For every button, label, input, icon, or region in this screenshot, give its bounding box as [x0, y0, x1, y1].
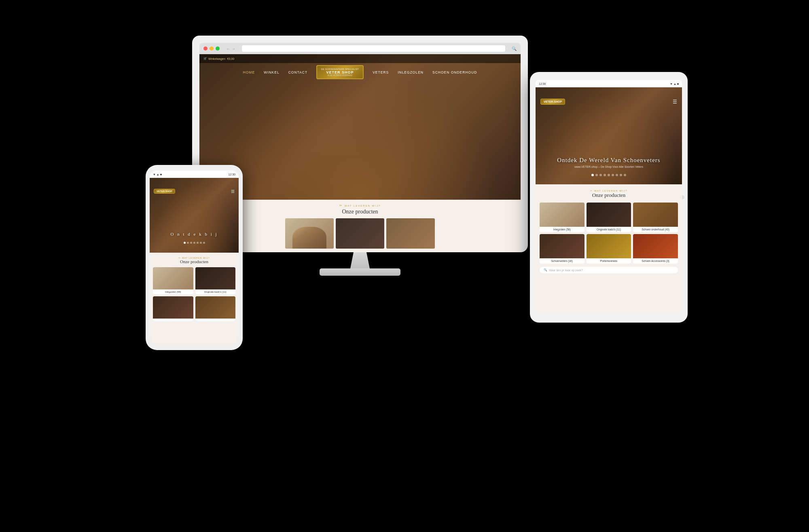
stand-neck: [344, 252, 376, 268]
desktop-top-bar: 🛒 Winkelwagen: €0,00: [199, 54, 521, 63]
nav-contact[interactable]: CONTACT: [288, 70, 307, 74]
phone-products-section: ✂ WAT LEVEREN WIJ? Onze producten Inlegz…: [150, 253, 239, 344]
phone-product-1[interactable]: Inlegzolen (58): [153, 267, 193, 294]
logo-sub-text: ELKE VETER IN VOORRAAD: [321, 74, 359, 76]
tablet-product-label-1: Inlegzolen (58): [540, 227, 585, 232]
phone-product-label-1: Inlegzolen (58): [153, 289, 193, 294]
tablet-search-bar[interactable]: 🔍 Waar ben je naar op zoek?: [540, 267, 678, 273]
tablet-nav: VETER.SHOP ☰: [536, 95, 682, 109]
tablet-frame: 12:30 ▼ ▲ ■ VETER.SHOP ☰ Ontdek De Werel…: [530, 72, 688, 323]
logo-main-text: VETER.SHOP: [321, 70, 359, 74]
tablet-product-4[interactable]: Schoenveters (16): [540, 234, 585, 264]
traffic-lights: [203, 46, 220, 51]
tablet-time: 12:30: [539, 82, 546, 85]
traffic-light-green[interactable]: [216, 46, 220, 51]
tablet-logo[interactable]: VETER.SHOP: [540, 99, 565, 105]
phone: ▼ ▲ ■ 12:30 VETER.SHOP ☰ O n t d e k b i…: [146, 165, 243, 350]
nav-winkel[interactable]: WINKEL: [264, 70, 280, 74]
tablet-search-icon: 🔍: [544, 268, 547, 272]
desktop-product-2[interactable]: [336, 218, 384, 249]
search-icon: 🔍: [512, 46, 517, 51]
monitor-screen: 🛒 Winkelwagen: €0,00 HOME WINKEL CONTACT: [199, 54, 521, 252]
phone-products-grid: Inlegzolen (58) Originele kado's (11): [153, 267, 235, 321]
tablet-dot-8[interactable]: [620, 174, 622, 176]
tablet-product-img-4: [540, 234, 585, 258]
tablet-product-5[interactable]: Portemonnees: [587, 234, 631, 264]
phone-product-2[interactable]: Originele kado's (11): [195, 267, 236, 294]
phone-dot-1[interactable]: [184, 242, 186, 244]
tablet-dot-7[interactable]: [616, 174, 618, 176]
tablet-hero-text: Ontdek De Wereld Van Schoenveters www.VE…: [536, 157, 682, 168]
tablet-products-section: ✂ WAT LEVEREN WIJ? Onze producten Inlegz…: [536, 184, 682, 315]
scene: ← → 🔍 🛒 Winkelwagen: €0,00: [121, 23, 688, 509]
tablet-slider-dots: [536, 174, 682, 176]
nav-schoen[interactable]: SCHOEN ONDERHOUD: [432, 70, 477, 74]
phone-product-label-4: [195, 319, 236, 321]
phone-product-label-2: Originele kado's (11): [195, 289, 236, 294]
tablet-product-3[interactable]: Schoen onderhoud (43): [633, 203, 678, 232]
phone-time: 12:30: [228, 173, 235, 176]
phone-screen: ▼ ▲ ■ 12:30 VETER.SHOP ☰ O n t d e k b i…: [150, 171, 239, 344]
tablet-product-label-5: Portemonnees: [587, 258, 631, 264]
phone-dot-6[interactable]: [200, 242, 202, 244]
phone-slider-dots: [150, 242, 239, 244]
phone-dot-2[interactable]: [187, 242, 189, 244]
tablet-product-1[interactable]: Inlegzolen (58): [540, 203, 585, 232]
phone-product-label-3: [153, 319, 193, 321]
tablet-dot-9[interactable]: [624, 174, 626, 176]
tablet-product-2[interactable]: Originele kado's (11): [587, 203, 631, 232]
tablet-dot-2[interactable]: [595, 174, 598, 176]
phone-dot-5[interactable]: [197, 242, 199, 244]
nav-inlegzolen[interactable]: INLEGZOLEN: [398, 70, 424, 74]
traffic-light-red[interactable]: [203, 46, 208, 51]
desktop-products-subtitle: ✂ WAT LEVEREN WIJ?: [339, 204, 381, 207]
desktop-product-3[interactable]: [386, 218, 435, 249]
nav-veters[interactable]: VETERS: [373, 70, 389, 74]
tablet-status-bar: 12:30 ▼ ▲ ■: [536, 80, 682, 87]
phone-product-img-4: [195, 296, 236, 319]
cart-info: 🛒 Winkelwagen: €0,00: [203, 57, 234, 60]
desktop-product-1[interactable]: [285, 218, 334, 249]
tablet-product-6[interactable]: Schoen Accessoires (3): [633, 234, 678, 264]
tablet-product-img-2: [587, 203, 631, 227]
monitor-top-bar: ← → 🔍: [199, 43, 521, 54]
tablet-products-grid: Inlegzolen (58) Originele kado's (11) Sc…: [540, 203, 678, 264]
phone-dot-4[interactable]: [193, 242, 195, 244]
cart-label: Winkelwagen:: [208, 57, 226, 60]
tablet-dot-6[interactable]: [612, 174, 614, 176]
tablet-dot-3[interactable]: [599, 174, 602, 176]
desktop-logo[interactable]: DE SCHOENVETERS SPECIALIST VETER.SHOP EL…: [316, 65, 364, 79]
hamburger-menu[interactable]: ☰: [673, 99, 677, 105]
tablet-product-label-6: Schoen Accessoires (3): [633, 258, 678, 264]
tablet-dot-5[interactable]: [608, 174, 610, 176]
tablet-logo-text: VETER.SHOP: [544, 100, 562, 103]
tablet: 12:30 ▼ ▲ ■ VETER.SHOP ☰ Ontdek De Werel…: [530, 72, 688, 323]
phone-hamburger[interactable]: ☰: [231, 189, 235, 194]
phone-status-bar: ▼ ▲ ■ 12:30: [150, 171, 239, 178]
phone-hero-title: O n t d e k b i j: [150, 232, 239, 236]
phone-logo[interactable]: VETER.SHOP: [154, 189, 175, 194]
phone-hero-text: O n t d e k b i j: [150, 232, 239, 236]
cart-price: €0,00: [227, 57, 235, 60]
phone-product-3[interactable]: [153, 296, 193, 321]
phone-dot-7[interactable]: [203, 242, 205, 244]
tablet-products-title: Onze producten: [540, 192, 678, 198]
desktop-products-title: Onze producten: [342, 209, 378, 215]
address-bar[interactable]: [242, 45, 505, 52]
tablet-dot-1[interactable]: [591, 174, 594, 176]
phone-nav: VETER.SHOP ☰: [150, 185, 239, 197]
nav-home[interactable]: HOME: [243, 70, 255, 74]
phone-product-img-3: [153, 296, 193, 319]
desktop-nav: HOME WINKEL CONTACT DE SCHOENVETERS SPEC…: [199, 63, 521, 81]
back-arrow[interactable]: ←: [226, 46, 230, 51]
tablet-hero: VETER.SHOP ☰ Ontdek De Wereld Van Schoen…: [536, 87, 682, 184]
phone-product-4[interactable]: [195, 296, 236, 321]
phone-product-img-1: [153, 267, 193, 289]
cart-icon: 🛒: [203, 57, 207, 60]
traffic-light-yellow[interactable]: [210, 46, 214, 51]
forward-arrow[interactable]: →: [231, 46, 235, 51]
tablet-search-placeholder: Waar ben je naar op zoek?: [549, 269, 583, 272]
phone-dot-3[interactable]: [190, 242, 192, 244]
tablet-dot-4[interactable]: [604, 174, 606, 176]
desktop-products-grid: [285, 218, 435, 249]
